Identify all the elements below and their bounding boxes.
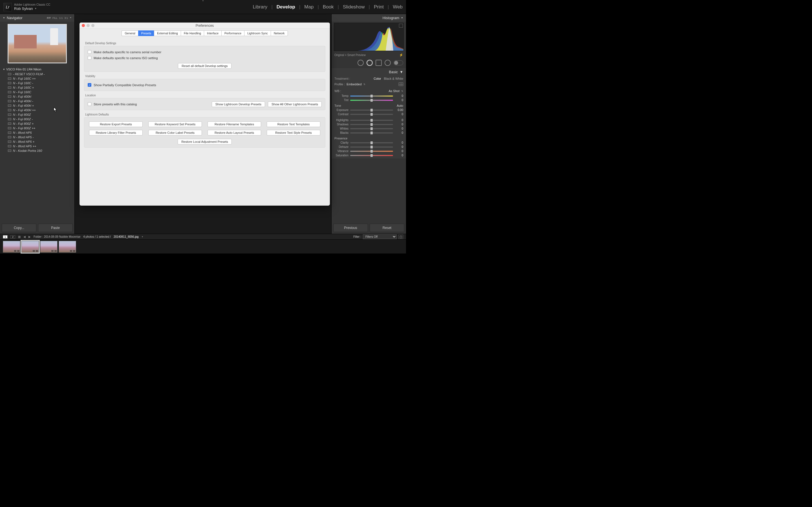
previous-button[interactable]: Previous bbox=[333, 224, 368, 232]
tint-slider[interactable] bbox=[350, 100, 393, 101]
temp-slider[interactable] bbox=[350, 96, 393, 97]
profile-browser-icon[interactable] bbox=[399, 82, 403, 86]
checkbox-show-partial-presets[interactable]: ✓ bbox=[88, 83, 91, 87]
module-slideshow[interactable]: Slideshow bbox=[343, 4, 365, 10]
whites-slider[interactable] bbox=[350, 128, 393, 129]
dehaze-slider[interactable] bbox=[350, 147, 393, 148]
restore-local-adjustment-button[interactable]: Restore Local Adjustment Presets bbox=[177, 139, 232, 145]
preset-item[interactable]: N - Fuji 800Z ++ bbox=[2, 126, 73, 130]
auto-tone-button[interactable]: Auto bbox=[397, 104, 403, 107]
next-photo-icon[interactable]: ▶ bbox=[29, 235, 31, 238]
tab-file-handling[interactable]: File Handling bbox=[181, 31, 204, 36]
zoom-1-1[interactable]: 1:1 bbox=[59, 17, 63, 19]
restore-button[interactable]: Restore Auto Layout Presets bbox=[207, 130, 261, 135]
filter-dropdown[interactable]: Filters Off bbox=[363, 234, 397, 239]
filmstrip-thumb[interactable] bbox=[40, 241, 57, 252]
preset-item[interactable]: N - Fuji 400H ++ bbox=[2, 108, 73, 112]
chevron-down-icon[interactable]: ▼ bbox=[70, 17, 71, 19]
navigator-header[interactable]: ▼ Navigator FIT FILL 1:1 3:1 ▼ bbox=[0, 14, 74, 22]
redeye-tool[interactable] bbox=[375, 60, 382, 66]
preset-item[interactable]: N - Fuji 160C + bbox=[2, 86, 73, 90]
wb-value[interactable]: As Shot bbox=[389, 89, 400, 93]
treatment-bw[interactable]: Black & White bbox=[384, 77, 403, 80]
tab-lightroom-sync[interactable]: Lightroom Sync bbox=[244, 31, 271, 36]
show-develop-presets-button[interactable]: Show Lightroom Develop Presets bbox=[212, 101, 265, 107]
chevron-up-down-icon[interactable]: ⇅ bbox=[363, 83, 365, 86]
filter-lock-icon[interactable]: ▢ bbox=[398, 235, 403, 239]
preset-folder[interactable]: ▼ VSCO Film 01 LR4 Nikon bbox=[2, 67, 73, 72]
filmstrip-thumb[interactable] bbox=[21, 241, 39, 252]
restore-button[interactable]: Restore Color Label Presets bbox=[148, 130, 202, 135]
preset-item[interactable]: N - Fuji 400H + bbox=[2, 103, 73, 108]
module-library[interactable]: Library bbox=[253, 4, 267, 10]
crop-tool[interactable] bbox=[357, 60, 364, 66]
screen-2-button[interactable]: 2 bbox=[10, 235, 15, 238]
prev-photo-icon[interactable]: ◀ bbox=[23, 235, 26, 238]
preset-item[interactable]: N - Fuji 160C bbox=[2, 90, 73, 94]
profile-value[interactable]: Embedded bbox=[347, 82, 361, 86]
preset-item[interactable]: N - Fuji 800Z bbox=[2, 112, 73, 117]
identity-plate[interactable]: Rob Sylvan ▼ bbox=[14, 6, 50, 11]
mask-toggle[interactable] bbox=[394, 60, 403, 65]
gradient-tool[interactable] bbox=[385, 60, 391, 66]
preset-item[interactable]: N - Ilford HP5 ++ bbox=[2, 144, 73, 149]
filmstrip-thumb[interactable] bbox=[59, 241, 76, 252]
screen-1-button[interactable]: 1 bbox=[3, 235, 8, 238]
exposure-slider[interactable] bbox=[350, 110, 393, 111]
tab-external-editing[interactable]: External Editing bbox=[154, 31, 181, 36]
module-web[interactable]: Web bbox=[393, 4, 403, 10]
preset-item[interactable]: N - Fuji 160C - bbox=[2, 81, 73, 86]
zoom-fit[interactable]: FIT bbox=[47, 17, 51, 19]
preset-item[interactable]: N - Kodak Portra 160 bbox=[2, 149, 73, 153]
shadows-slider[interactable] bbox=[350, 124, 393, 125]
checkbox-store-presets-catalog[interactable] bbox=[88, 102, 91, 106]
histogram-header[interactable]: Histogram ▼ bbox=[332, 14, 406, 22]
tab-performance[interactable]: Performance bbox=[221, 31, 244, 36]
preset-item[interactable]: N - Fuji 160C ++ bbox=[2, 76, 73, 81]
highlights-slider[interactable] bbox=[350, 120, 393, 121]
blacks-slider[interactable] bbox=[350, 132, 393, 133]
restore-button[interactable]: Restore Filename Templates bbox=[207, 121, 261, 127]
basic-panel-header[interactable]: Basic ▼ bbox=[332, 68, 406, 76]
navigator-preview[interactable] bbox=[8, 24, 67, 63]
preset-item[interactable]: N - Fuji 800Z + bbox=[2, 121, 73, 126]
contrast-slider[interactable] bbox=[350, 114, 393, 115]
filmstrip-thumb[interactable] bbox=[3, 241, 20, 252]
preset-item[interactable]: N - Fuji 800Z - bbox=[2, 117, 73, 121]
module-print[interactable]: Print bbox=[374, 4, 384, 10]
treatment-color[interactable]: Color bbox=[373, 77, 381, 80]
tab-general[interactable]: General bbox=[121, 31, 138, 36]
preset-item[interactable]: N - Ilford HP5 - bbox=[2, 135, 73, 139]
reset-default-develop-button[interactable]: Reset all default Develop settings bbox=[178, 63, 231, 69]
tab-network[interactable]: Network bbox=[271, 31, 288, 36]
preset-item[interactable]: N - Fuji 400H bbox=[2, 94, 73, 99]
grid-view-icon[interactable]: ▦ bbox=[18, 235, 20, 238]
checkbox-camera-serial[interactable] bbox=[88, 50, 91, 54]
zoom-fill[interactable]: FILL bbox=[52, 17, 57, 19]
copy-button[interactable]: Copy... bbox=[2, 224, 36, 232]
preset-item[interactable]: N - Fuji 400H - bbox=[2, 99, 73, 103]
show-other-presets-button[interactable]: Show All Other Lightroom Presets bbox=[268, 101, 322, 107]
saturation-slider[interactable] bbox=[350, 155, 393, 156]
preset-item[interactable]: N - Ilford HP5 bbox=[2, 130, 73, 135]
vibrance-slider[interactable] bbox=[350, 151, 393, 152]
chevron-up-down-icon[interactable]: ⇅ bbox=[401, 90, 403, 93]
chevron-down-icon[interactable]: ▼ bbox=[142, 236, 144, 238]
tab-interface[interactable]: Interface bbox=[204, 31, 221, 36]
current-filename[interactable]: 20140811_8056.jpg bbox=[114, 235, 139, 238]
restore-button[interactable]: Restore Export Presets bbox=[89, 121, 143, 127]
restore-button[interactable]: Restore Text Templates bbox=[267, 121, 320, 127]
restore-button[interactable]: Restore Library Filter Presets bbox=[89, 130, 143, 135]
folder-path[interactable]: Folder : 2014-08-09 Nubble Moonrise bbox=[34, 235, 80, 238]
spot-removal-tool[interactable] bbox=[366, 60, 373, 66]
preset-item[interactable]: - RESET VSCO FILM - bbox=[2, 72, 73, 76]
module-map[interactable]: Map bbox=[304, 4, 313, 10]
reset-button[interactable]: Reset bbox=[370, 224, 404, 232]
collapse-handle-top[interactable]: ▲ bbox=[202, 0, 204, 2]
clarity-slider[interactable] bbox=[350, 142, 393, 144]
paste-button[interactable]: Paste bbox=[38, 224, 73, 232]
checkbox-camera-iso[interactable] bbox=[88, 56, 91, 60]
dialog-titlebar[interactable]: Preferences bbox=[80, 22, 330, 29]
module-develop[interactable]: Develop bbox=[276, 4, 295, 10]
restore-button[interactable]: Restore Text Style Presets bbox=[267, 130, 320, 135]
